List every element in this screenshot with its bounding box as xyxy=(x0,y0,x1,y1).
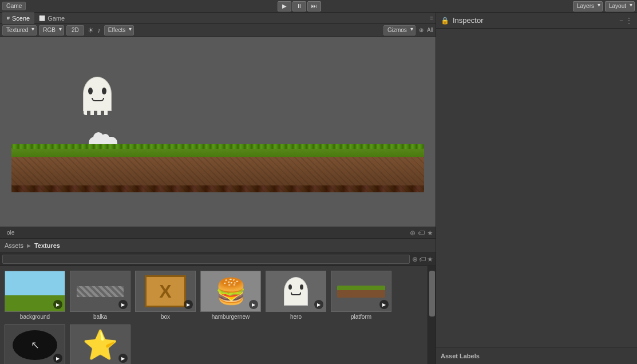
background-play-btn[interactable]: ▶ xyxy=(53,300,62,309)
layout-dropdown[interactable]: Layout xyxy=(605,1,635,11)
star-thumbnail: ⭐ xyxy=(82,329,118,362)
star-play-btn[interactable]: ▶ xyxy=(118,354,128,363)
bottom-tab-icons: ⊕ 🏷 ★ xyxy=(410,229,433,237)
asset-browser: Assets ► Textures ⊕ 🏷 ★ xyxy=(0,239,436,364)
game-name-button[interactable]: Game xyxy=(2,2,26,10)
asset-item-box[interactable]: ▶ box xyxy=(135,271,196,320)
platform-thumbnail xyxy=(337,286,385,298)
inspector-title: Inspector xyxy=(453,16,483,25)
asset-label-box: box xyxy=(161,314,170,320)
play-button[interactable]: ▶ xyxy=(278,1,291,11)
pin-icon[interactable]: ⊕ xyxy=(410,229,416,237)
scene-hash-icon: # xyxy=(7,15,10,21)
main-layout: # Scene ⬜ Game ≡ Textured RGB 2D ☀ ♪ Eff… xyxy=(0,13,637,364)
hamburgernew-play-btn[interactable]: ▶ xyxy=(249,300,258,309)
asset-scrollbar[interactable] xyxy=(428,266,436,364)
textured-dropdown[interactable]: Textured xyxy=(2,25,37,35)
hero-eye-left xyxy=(288,284,292,290)
console-tab[interactable]: ole xyxy=(2,227,19,239)
star-bottom-icon[interactable]: ★ xyxy=(427,229,433,237)
tab-lock-icon[interactable]: ≡ xyxy=(430,15,433,21)
left-panel: # Scene ⬜ Game ≡ Textured RGB 2D ☀ ♪ Eff… xyxy=(0,13,436,364)
asset-thumb-hamburgernew: 🍔 ▶ xyxy=(200,271,261,312)
rgb-dropdown[interactable]: RGB xyxy=(39,25,64,35)
asset-item-hero[interactable]: ▶ hero xyxy=(266,271,326,320)
scene-toolbar: Textured RGB 2D ☀ ♪ Effects Gizmos ⊕ All xyxy=(0,24,436,37)
tab-scene[interactable]: # Scene xyxy=(2,13,34,24)
effects-dropdown[interactable]: Effects xyxy=(104,25,134,35)
asset-search-input[interactable] xyxy=(2,255,410,264)
asset-scrollbar-thumb xyxy=(429,271,435,316)
pause-button[interactable]: ⏸ xyxy=(292,1,306,11)
asset-item-saw1[interactable]: ▶ saw 1 xyxy=(5,325,65,364)
ground-grass xyxy=(11,147,424,157)
inspector-icons: − ⋮ xyxy=(619,17,632,25)
tag-icon[interactable]: 🏷 xyxy=(418,229,425,237)
game-icon: ⬜ xyxy=(39,15,45,21)
asset-thumb-background: ▶ xyxy=(5,271,65,312)
asset-search-bar: ⊕ 🏷 ★ xyxy=(0,252,436,266)
inspector-header: 🔒 Inspector − ⋮ xyxy=(436,13,637,29)
box-thumbnail xyxy=(145,275,187,307)
asset-item-star[interactable]: ⭐ ▶ xyxy=(70,325,130,364)
tab-game[interactable]: ⬜ Game xyxy=(34,13,69,24)
asset-path: Assets ► Textures xyxy=(0,239,436,252)
scene-game-tabs: # Scene ⬜ Game ≡ xyxy=(0,13,436,24)
hero-play-btn[interactable]: ▶ xyxy=(314,300,323,309)
all-label: All xyxy=(427,27,433,33)
asset-item-background[interactable]: ▶ background xyxy=(5,271,65,320)
asset-search-icons: ⊕ 🏷 ★ xyxy=(412,255,433,263)
asset-thumb-hero: ▶ xyxy=(266,271,326,312)
bottom-tabs: ole ⊕ 🏷 ★ xyxy=(0,227,436,239)
asset-label-hamburgernew: hamburgernew xyxy=(212,314,250,320)
ground-platform xyxy=(11,147,424,192)
asset-label-hero: hero xyxy=(290,314,302,320)
box-play-btn[interactable]: ▶ xyxy=(184,300,193,309)
ghost-eye-left xyxy=(88,88,93,94)
ghost-body xyxy=(83,77,112,111)
asset-item-balka[interactable]: ▶ balka xyxy=(70,271,130,320)
asset-thumb-saw1: ▶ xyxy=(5,325,65,364)
audio-icon[interactable]: ♪ xyxy=(96,26,102,34)
asset-labels-title: Asset Labels xyxy=(441,353,480,359)
ghost-eyes xyxy=(88,88,106,94)
scene-viewport[interactable] xyxy=(0,37,436,227)
asset-item-hamburgernew[interactable]: 🍔 ▶ hamburgernew xyxy=(200,271,261,320)
asset-label-balka: balka xyxy=(93,314,107,320)
asset-thumb-platform: ▶ xyxy=(331,271,391,312)
asset-thumb-balka: ▶ xyxy=(70,271,130,312)
2d-button[interactable]: 2D xyxy=(66,25,84,35)
asset-thumb-box: ▶ xyxy=(135,271,196,312)
pin-search-icon[interactable]: ⊕ xyxy=(412,255,418,263)
inspector-minus-icon[interactable]: − xyxy=(619,17,623,25)
top-right-controls: Layers Layout xyxy=(573,1,635,11)
inspector-lock-icon[interactable]: 🔒 xyxy=(441,17,449,25)
asset-grid: ▶ background ▶ balka xyxy=(0,266,428,364)
asset-item-platform[interactable]: ▶ platform xyxy=(331,271,391,320)
hero-thumbnail xyxy=(284,277,308,306)
sun-icon[interactable]: ☀ xyxy=(86,26,95,34)
hamburger-thumbnail: 🍔 xyxy=(215,279,247,304)
tag-search-icon[interactable]: 🏷 xyxy=(419,255,426,263)
asset-labels-footer: Asset Labels xyxy=(436,347,637,364)
gizmos-dropdown[interactable]: Gizmos xyxy=(383,25,416,35)
star-search-icon[interactable]: ★ xyxy=(427,255,433,263)
saw1-play-btn[interactable]: ▶ xyxy=(53,354,62,363)
assets-label[interactable]: Assets xyxy=(5,242,23,249)
transport-controls: ▶ ⏸ ⏭ xyxy=(278,1,321,11)
balka-play-btn[interactable]: ▶ xyxy=(118,300,128,309)
top-bar: Game ▶ ⏸ ⏭ Layers Layout xyxy=(0,0,637,13)
bottom-panel: ole ⊕ 🏷 ★ Assets ► Textures ⊕ xyxy=(0,227,436,364)
ghost-mouth xyxy=(92,98,104,101)
scene-tab-label: Scene xyxy=(12,15,30,22)
inspector-more-icon[interactable]: ⋮ xyxy=(626,17,632,25)
textures-label[interactable]: Textures xyxy=(34,242,60,249)
platform-play-btn[interactable]: ▶ xyxy=(379,300,389,309)
game-tab-label: Game xyxy=(48,15,65,22)
layers-dropdown[interactable]: Layers xyxy=(573,1,603,11)
hero-eye-right xyxy=(300,284,303,290)
ghost-character xyxy=(83,77,112,117)
step-button[interactable]: ⏭ xyxy=(307,1,321,11)
asset-thumb-star: ⭐ ▶ xyxy=(70,325,130,364)
right-panel: 🔒 Inspector − ⋮ Asset Labels xyxy=(436,13,637,364)
